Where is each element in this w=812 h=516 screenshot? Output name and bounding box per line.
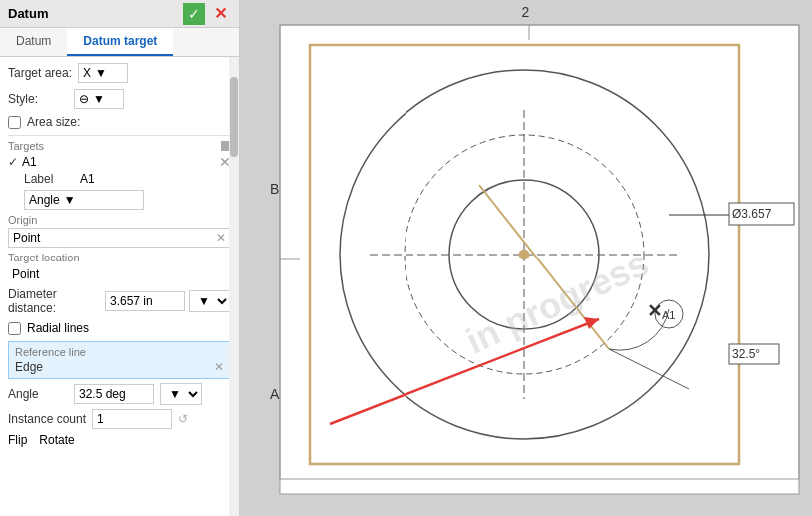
panel-scrollbar[interactable] [229, 57, 239, 516]
radial-lines-checkbox[interactable] [8, 322, 21, 335]
targets-label: Targets [8, 140, 44, 152]
rotate-label: Rotate [39, 433, 74, 447]
origin-clear-button[interactable]: ✕ [216, 231, 226, 245]
tab-datum[interactable]: Datum [0, 28, 67, 56]
diameter-unit-select[interactable]: ▼ [189, 290, 231, 312]
panel-title: Datum [8, 6, 48, 21]
instance-count-label: Instance count [8, 412, 86, 426]
origin-value: Point [13, 231, 40, 245]
svg-text:✕: ✕ [647, 301, 662, 321]
instance-count-input[interactable] [92, 409, 172, 429]
panel-header: Datum ✓ ✕ [0, 0, 239, 28]
target-area-value: X [83, 66, 91, 80]
a1-text: A1 [22, 155, 37, 169]
origin-section-label: Origin [8, 214, 231, 226]
angle-type-select[interactable]: Angle ▼ [24, 190, 144, 210]
angle-label: Angle [8, 387, 68, 401]
target-location-value: Point [8, 265, 231, 283]
style-value: ⊖ [79, 92, 89, 106]
style-dropdown-icon: ▼ [93, 92, 105, 106]
column-label: 2 [522, 4, 530, 20]
tab-datum-target[interactable]: Datum target [67, 28, 173, 56]
left-panel: Datum ✓ ✕ Datum Datum target Target area… [0, 0, 240, 516]
target-area-dropdown-icon: ▼ [95, 66, 107, 80]
diameter-row: Diameter distance: ▼ [8, 287, 231, 315]
label-field-value: A1 [80, 172, 95, 186]
style-select[interactable]: ⊖ ▼ [74, 89, 124, 109]
header-actions: ✓ ✕ [183, 3, 231, 25]
style-label: Style: [8, 92, 68, 106]
target-area-label: Target area: [8, 66, 72, 80]
tabs-container: Datum Datum target [0, 28, 239, 57]
angle-type-dropdown-icon: ▼ [64, 193, 76, 207]
scrollbar-thumb [230, 77, 238, 157]
label-row: Label A1 [8, 172, 231, 186]
a1-row: ✓ A1 ✕ [8, 154, 231, 170]
area-size-checkbox[interactable] [8, 116, 21, 129]
canvas-area: 2 B A [240, 0, 812, 516]
ref-line-value: Edge [15, 360, 43, 374]
target-area-select[interactable]: X ▼ [78, 63, 128, 83]
cancel-button[interactable]: ✕ [209, 3, 231, 25]
ref-line-clear-button[interactable]: ✕ [214, 360, 224, 374]
ref-line-value-row: Edge ✕ [15, 360, 224, 374]
svg-text:32.5°: 32.5° [732, 347, 760, 361]
flip-rotate-row: Flip Rotate [8, 433, 231, 447]
diameter-label: Diameter distance: [8, 287, 101, 315]
targets-header: Targets [8, 140, 231, 152]
target-area-row: Target area: X ▼ [8, 63, 231, 83]
row-label-a: A [270, 386, 279, 402]
form-area: Target area: X ▼ Style: ⊖ ▼ Area size: [0, 57, 239, 457]
divider-1 [8, 135, 231, 136]
angle-type-value: Angle [29, 193, 60, 207]
angle-row: Angle ▼ [8, 383, 231, 405]
form-panel: Target area: X ▼ Style: ⊖ ▼ Area size: [0, 57, 239, 516]
a1-label: ✓ A1 [8, 155, 37, 169]
flip-label: Flip [8, 433, 27, 447]
drawing-canvas: Ø3.657 32.5° A1 ✕ in progress [240, 0, 812, 516]
label-field-label: Label [24, 172, 74, 186]
confirm-button[interactable]: ✓ [183, 3, 205, 25]
angle-unit-select[interactable]: ▼ [160, 383, 202, 405]
reference-line-section: Reference line Edge ✕ [8, 341, 231, 379]
angle-input[interactable] [74, 384, 154, 404]
ref-line-section-label: Reference line [15, 346, 224, 358]
a1-checkmark: ✓ [8, 155, 18, 169]
radial-lines-row: Radial lines [8, 321, 231, 335]
style-row: Style: ⊖ ▼ [8, 89, 231, 109]
target-location-label: Target location [8, 252, 231, 263]
angle-type-row: Angle ▼ [8, 190, 231, 210]
row-label-b: B [270, 181, 279, 197]
area-size-row: Area size: [8, 115, 231, 129]
svg-point-13 [519, 250, 529, 259]
svg-text:Ø3.657: Ø3.657 [732, 207, 772, 221]
instance-count-row: Instance count ↺ [8, 409, 231, 429]
area-size-label: Area size: [27, 115, 87, 129]
radial-lines-label: Radial lines [27, 321, 89, 335]
refresh-icon[interactable]: ↺ [178, 412, 188, 426]
origin-row: Point ✕ [8, 228, 231, 248]
diameter-input[interactable] [105, 291, 185, 311]
